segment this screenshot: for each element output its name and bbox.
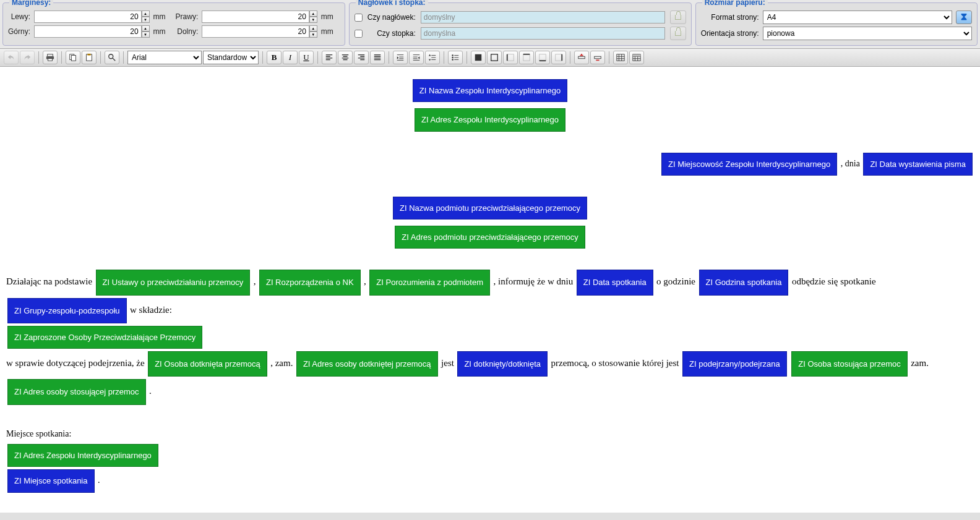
spin-down[interactable]: ▼ [309,17,317,23]
text: . [98,475,100,485]
border-top-button[interactable] [519,51,534,64]
field-zi-adres2[interactable]: ZI Adres Zespołu Interdyscyplinarnego [7,444,158,467]
border-outline-icon [490,53,499,62]
field-zi-nazwa-podmiotu[interactable]: ZI Nazwa podmiotu przeciwdziałającego pr… [393,197,587,220]
border-bottom-button[interactable] [535,51,550,64]
spin-up[interactable]: ▲ [142,11,150,17]
svg-line-8 [113,58,115,61]
footer-checkbox[interactable] [355,30,363,38]
field-zi-dotkniety[interactable]: ZI dotknięty/dotknięta [457,351,548,377]
align-left-icon [325,53,333,62]
paste-button[interactable] [82,51,97,64]
bullet-list-icon [451,53,460,62]
redo-button [20,51,35,64]
field-zi-rozp[interactable]: ZI Rozporządzenia o NK [259,270,361,295]
font-size-select[interactable]: Standardowy [203,51,259,64]
field-zi-godz-spot[interactable]: ZI Godzina spotkania [699,270,789,295]
page-orientation-select[interactable]: pionowa [763,27,972,40]
field-zi-adres-podmiotu[interactable]: ZI Adres podmiotu przeciwdziałającego pr… [395,226,585,249]
margin-right-input[interactable]: ▲▼ [202,11,317,23]
field-zi-miejscowosc[interactable]: ZI Miejscowość Zespołu Interdyscyplinarn… [661,153,837,176]
margin-left-input[interactable]: ▲▼ [34,11,150,23]
field-zi-adres-dot[interactable]: ZI Adres osoby dotkniętej przemocą [296,351,438,377]
spin-up[interactable]: ▲ [309,11,317,17]
spin-down[interactable]: ▼ [142,32,150,38]
indent-right-button[interactable] [393,51,408,64]
svg-rect-6 [87,54,90,56]
border-outline-button[interactable] [487,51,502,64]
field-zi-grupy[interactable]: ZI Grupy-zespołu-podzespołu [7,298,127,323]
copy-icon [69,53,77,62]
table-button-2[interactable] [629,51,644,64]
underline-button[interactable]: U [299,51,314,64]
text: zam. [911,358,929,368]
line-spacing-button[interactable] [425,51,440,64]
svg-rect-23 [595,56,601,59]
field-zi-poroz[interactable]: ZI Porozumienia z podmiotem [369,270,490,295]
zoom-button[interactable] [105,51,119,64]
footer-select [421,27,665,40]
page-format-select[interactable]: A4 [763,11,952,24]
unit-mm: mm [153,12,172,21]
header-checkbox[interactable] [355,14,363,22]
spin-up[interactable]: ▲ [309,25,317,32]
table-button-1[interactable] [613,51,628,64]
svg-point-9 [452,54,453,56]
bold-button[interactable]: B [267,51,282,64]
footer-label: Czy stopka: [368,29,416,38]
border-right-button[interactable] [551,51,566,64]
insert-row-button[interactable] [574,51,589,64]
paper-size-panel: Rozmiar papieru: Format strony: A4 Orien… [695,2,978,46]
document-page[interactable]: ZI Nazwa Zespołu Interdyscyplinarnego ZI… [0,67,980,513]
field-zi-nazwa[interactable]: ZI Nazwa Zespołu Interdyscyplinarnego [413,79,567,102]
align-right-button[interactable] [354,51,369,64]
align-center-icon [341,53,350,62]
align-justify-button[interactable] [370,51,385,64]
text-dnia: , dnia [841,158,860,168]
font-select[interactable]: Arial [127,51,202,64]
spin-up[interactable]: ▲ [142,25,150,32]
text: , [364,276,366,286]
field-zi-adres[interactable]: ZI Adres Zespołu Interdyscyplinarnego [415,108,565,131]
line-spacing-icon [428,53,437,62]
svg-rect-26 [633,54,640,57]
border-bottom-icon [538,53,547,62]
border-fill-button[interactable] [471,51,486,64]
svg-rect-12 [475,54,482,61]
document-scroll[interactable]: ZI Nazwa Zespołu Interdyscyplinarnego ZI… [0,67,980,513]
indent-left-button[interactable] [409,51,424,64]
align-justify-icon [373,53,382,62]
spin-down[interactable]: ▼ [142,17,150,23]
margin-top-input[interactable]: ▲▼ [34,25,150,38]
border-right-icon [554,53,563,62]
field-zi-ustawa[interactable]: ZI Ustawy o przeciwdziałaniu przemocy [96,270,251,295]
field-zi-podejrz[interactable]: ZI podejrzany/podejrzana [682,351,787,377]
copy-button[interactable] [66,51,80,64]
field-zi-adres-stos[interactable]: ZI Adres osoby stosującej przemoc [7,379,146,404]
margin-bottom-input[interactable]: ▲▼ [202,25,317,38]
delete-row-button[interactable] [590,51,605,64]
text: Miejsce spotkania: [6,429,71,438]
field-zi-osoba-dot[interactable]: ZI Osoba dotknięta przemocą [148,351,267,377]
border-top-icon [522,53,531,62]
field-zi-data-spot[interactable]: ZI Data spotkania [577,270,653,295]
unit-mm: mm [153,27,172,36]
border-left-button[interactable] [503,51,518,64]
page-format-button[interactable] [956,11,972,24]
underline-icon: U [303,53,309,62]
italic-button[interactable]: I [283,51,298,64]
align-center-button[interactable] [338,51,353,64]
text: , [254,276,256,286]
bullet-list-button[interactable] [448,51,463,64]
field-zi-data-pisma[interactable]: ZI Data wystawienia pisma [863,153,973,176]
field-zi-osoba-stos[interactable]: ZI Osoba stosująca przemoc [791,351,907,377]
hourglass-icon [960,13,968,22]
spin-down[interactable]: ▼ [309,32,317,38]
header-label: Czy nagłówek: [368,13,416,22]
field-zi-miejsce-spot[interactable]: ZI Miejsce spotkania [7,469,95,492]
text: , zam. [270,358,293,368]
field-zi-zaproszone[interactable]: ZI Zaproszone Osoby Przeciwdziałające Pr… [7,326,202,349]
align-left-button[interactable] [322,51,337,64]
print-button[interactable] [43,51,58,64]
margin-bottom-label: Dolny: [176,27,199,36]
